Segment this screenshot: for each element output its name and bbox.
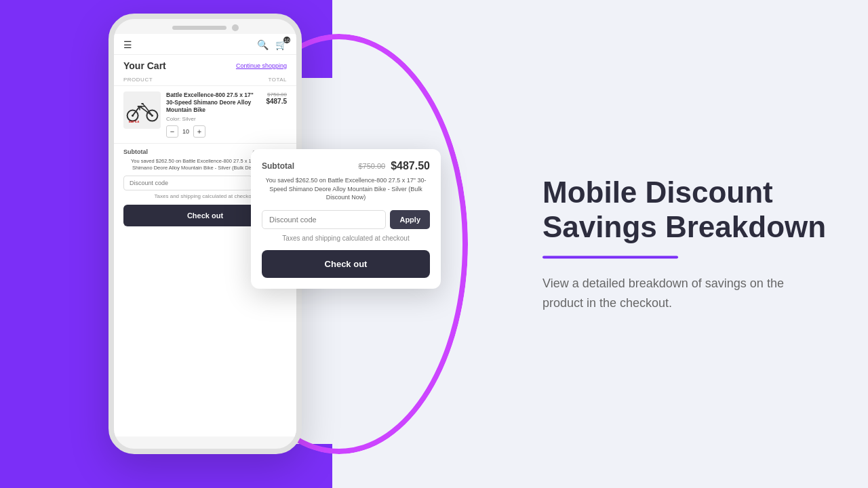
popup-original-price: $750.00	[358, 162, 385, 170]
product-price: $750.00 $487.5	[266, 92, 287, 138]
popup-savings-text: You saved $262.50 on Battle Excellence-8…	[262, 176, 430, 202]
search-icon[interactable]: 🔍	[257, 39, 269, 50]
heading-line1: Mobile Discount	[542, 176, 773, 209]
popup-current-price: $487.50	[391, 160, 430, 172]
popup-discount-row: Apply	[262, 210, 430, 229]
popup-subtotal-label: Subtotal	[262, 161, 294, 171]
popup-subtotal-row: Subtotal $750.00 $487.50	[262, 160, 430, 172]
bg-purple-left	[0, 0, 115, 488]
total-column-label: TOTAL	[268, 77, 287, 83]
heading-line2: Savings Breakdown	[542, 209, 826, 243]
qty-control: − 10 +	[166, 125, 260, 138]
cart-badge: 10	[283, 37, 290, 43]
cart-table-header: PRODUCT TOTAL	[114, 74, 296, 86]
subtotal-label: Subtotal	[123, 148, 148, 155]
cart-icon[interactable]: 🛒 10	[275, 39, 287, 50]
header-icons: 🔍 🛒 10	[257, 39, 287, 50]
popup-discount-input[interactable]	[262, 210, 386, 229]
app-header: ☰ 🔍 🛒 10	[114, 34, 296, 55]
main-heading: Mobile Discount Savings Breakdown	[542, 176, 827, 244]
svg-text:BATTLE: BATTLE	[129, 120, 140, 123]
cart-title: Your Cart	[123, 60, 166, 71]
continue-shopping-link[interactable]: Continue shopping	[236, 62, 287, 69]
bike-icon: BATTLE	[126, 98, 159, 123]
hamburger-icon[interactable]: ☰	[123, 39, 132, 50]
heading-underline	[542, 256, 678, 259]
qty-value: 10	[182, 128, 189, 135]
phone-notch	[114, 19, 296, 34]
product-image: BATTLE	[123, 92, 161, 129]
popup-checkout-btn[interactable]: Check out	[262, 250, 430, 278]
right-section: Mobile Discount Savings Breakdown View a…	[542, 176, 827, 313]
popup-prices: $750.00 $487.50	[358, 160, 430, 172]
notch-bar	[172, 26, 226, 30]
qty-decrease-btn[interactable]: −	[166, 125, 178, 138]
cart-title-row: Your Cart Continue shopping	[114, 55, 296, 74]
notch-circle	[232, 24, 239, 31]
popup-apply-btn[interactable]: Apply	[390, 210, 430, 229]
product-current-price: $487.5	[266, 98, 287, 105]
svg-line-6	[132, 106, 139, 116]
popup-taxes-note: Taxes and shipping calculated at checkou…	[262, 235, 430, 242]
product-original-price: $750.00	[266, 92, 287, 98]
product-column-label: PRODUCT	[123, 77, 153, 83]
discount-input[interactable]	[123, 176, 252, 190]
product-color: Color: Silver	[166, 116, 260, 122]
cart-product-row: BATTLE Battle Excellence-800 27.5 x 17" …	[114, 86, 296, 144]
sub-text: View a detailed breakdown of savings on …	[542, 274, 827, 313]
qty-increase-btn[interactable]: +	[193, 125, 205, 138]
popup-card: Subtotal $750.00 $487.50 You saved $262.…	[251, 149, 441, 289]
product-name: Battle Excellence-800 27.5 x 17" 30-Spee…	[166, 92, 260, 114]
product-details: Battle Excellence-800 27.5 x 17" 30-Spee…	[166, 92, 260, 138]
